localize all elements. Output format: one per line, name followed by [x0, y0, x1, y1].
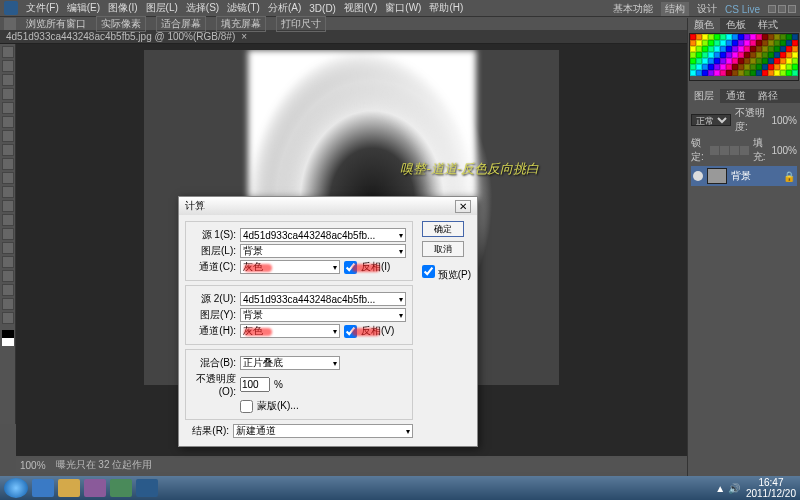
taskbar-app1-icon[interactable] [84, 479, 106, 497]
wand-tool[interactable] [2, 88, 14, 100]
zoom-level[interactable]: 100% [20, 460, 46, 471]
lasso-tool[interactable] [2, 74, 14, 86]
zoom-tool[interactable] [2, 312, 14, 324]
tools-panel [0, 44, 16, 424]
opacity-value[interactable]: 100% [771, 115, 797, 126]
workspace-design[interactable]: 设计 [697, 2, 717, 16]
source1-layer-select[interactable]: 背景 [240, 244, 406, 258]
blend-mode-dropdown[interactable]: 正常 [691, 114, 731, 126]
tab-close-icon[interactable]: × [241, 31, 247, 42]
start-button[interactable] [4, 478, 28, 498]
taskbar-app2-icon[interactable] [110, 479, 132, 497]
tray-icons[interactable]: ▲ 🔊 [715, 483, 740, 494]
tab-styles[interactable]: 样式 [752, 18, 784, 32]
app-logo [4, 1, 18, 15]
menu-filter[interactable]: 滤镜(T) [227, 1, 260, 15]
source1-layer-label: 图层(L): [192, 244, 236, 258]
taskbar-explorer-icon[interactable] [58, 479, 80, 497]
result-select[interactable]: 新建通道 [233, 424, 413, 438]
menu-view[interactable]: 视图(V) [344, 1, 377, 15]
color-grid[interactable] [689, 33, 799, 81]
close-icon[interactable] [788, 5, 796, 13]
opacity-label: 不透明度(O): [192, 372, 236, 397]
tab-layers[interactable]: 图层 [688, 89, 720, 103]
preview-label: 预览(P) [438, 269, 471, 280]
source2-layer-select[interactable]: 背景 [240, 308, 406, 322]
minimize-icon[interactable] [768, 5, 776, 13]
tab-color[interactable]: 颜色 [688, 18, 720, 32]
crop-tool[interactable] [2, 102, 14, 114]
workspace-basic[interactable]: 基本功能 [613, 2, 653, 16]
document-tab-label: 4d51d933ca443248ac4b5fb5.jpg @ 100%(RGB/… [6, 31, 235, 42]
history-brush-tool[interactable] [2, 172, 14, 184]
menu-layer[interactable]: 图层(L) [146, 1, 178, 15]
menu-3d[interactable]: 3D(D) [309, 3, 336, 14]
blend-label: 混合(B): [192, 356, 236, 370]
windows-taskbar: ▲ 🔊 16:47 2011/12/20 [0, 476, 800, 500]
source1-file-select[interactable]: 4d51d933ca443248ac4b5fb... [240, 228, 406, 242]
cancel-button[interactable]: 取消 [422, 241, 464, 257]
eyedropper-tool[interactable] [2, 116, 14, 128]
scroll-all-windows[interactable]: 浏览所有窗口 [26, 17, 86, 31]
menu-help[interactable]: 帮助(H) [429, 1, 463, 15]
menu-window[interactable]: 窗口(W) [385, 1, 421, 15]
type-tool[interactable] [2, 256, 14, 268]
lock-icons[interactable] [710, 146, 749, 155]
maximize-icon[interactable] [778, 5, 786, 13]
layer-row-background[interactable]: 背景 🔒 [691, 166, 797, 186]
dialog-close-icon[interactable]: ✕ [455, 200, 471, 213]
document-tab[interactable]: 4d51d933ca443248ac4b5fb5.jpg @ 100%(RGB/… [0, 30, 800, 44]
right-panels: 颜色色板样式 图层通道路径 正常不透明度:100% 锁定:填充:100% 背景 … [687, 18, 800, 484]
shape-tool[interactable] [2, 284, 14, 296]
stamp-tool[interactable] [2, 158, 14, 170]
hand-tool[interactable] [2, 298, 14, 310]
eraser-tool[interactable] [2, 186, 14, 198]
tab-swatches[interactable]: 色板 [720, 18, 752, 32]
opacity-label-panel: 不透明度: [735, 106, 767, 134]
color-swatches[interactable] [2, 330, 14, 346]
source2-label: 源 2(U): [192, 292, 236, 306]
fill-value[interactable]: 100% [771, 145, 797, 156]
layer-name: 背景 [731, 169, 751, 183]
marquee-tool[interactable] [2, 60, 14, 72]
workspace-structure[interactable]: 结构 [661, 2, 689, 16]
mask-label: 蒙版(K)... [257, 399, 299, 413]
source2-channel-label: 通道(H): [192, 324, 236, 338]
menu-edit[interactable]: 编辑(E) [67, 1, 100, 15]
menu-image[interactable]: 图像(I) [108, 1, 137, 15]
gradient-tool[interactable] [2, 200, 14, 212]
menu-analysis[interactable]: 分析(A) [268, 1, 301, 15]
preview-checkbox[interactable] [422, 265, 435, 278]
move-tool[interactable] [2, 46, 14, 58]
source2-file-select[interactable]: 4d51d933ca443248ac4b5fb... [240, 292, 406, 306]
taskbar-photoshop-icon[interactable] [136, 479, 158, 497]
mask-checkbox[interactable] [240, 400, 253, 413]
menu-file[interactable]: 文件(F) [26, 1, 59, 15]
opacity-input[interactable] [240, 377, 270, 392]
taskbar-ie-icon[interactable] [32, 479, 54, 497]
path-tool[interactable] [2, 270, 14, 282]
blend-mode-select[interactable]: 正片叠底 [240, 356, 340, 370]
hand-tool-icon[interactable] [4, 18, 16, 30]
visibility-icon[interactable] [693, 171, 703, 181]
tab-channels[interactable]: 通道 [720, 89, 752, 103]
annotation-text: 嗅整-道道-反色反向挑白 [400, 160, 539, 178]
tab-paths[interactable]: 路径 [752, 89, 784, 103]
red-annotation-4 [352, 328, 380, 336]
btn-print-size[interactable]: 打印尺寸 [276, 16, 326, 32]
clock-time[interactable]: 16:47 [746, 477, 796, 488]
options-bar: 浏览所有窗口 实际像素 适合屏幕 填充屏幕 打印尺寸 [0, 16, 800, 30]
pen-tool[interactable] [2, 242, 14, 254]
ok-button[interactable]: 确定 [422, 221, 464, 237]
heal-tool[interactable] [2, 130, 14, 142]
dodge-tool[interactable] [2, 228, 14, 240]
red-annotation-2 [352, 264, 380, 272]
brush-tool[interactable] [2, 144, 14, 156]
btn-fill-screen[interactable]: 填充屏幕 [216, 16, 266, 32]
cslive-button[interactable]: CS Live [725, 4, 760, 15]
menu-select[interactable]: 选择(S) [186, 1, 219, 15]
btn-actual-pixels[interactable]: 实际像素 [96, 16, 146, 32]
blur-tool[interactable] [2, 214, 14, 226]
btn-fit-screen[interactable]: 适合屏幕 [156, 16, 206, 32]
dialog-titlebar[interactable]: 计算 ✕ [179, 197, 477, 215]
